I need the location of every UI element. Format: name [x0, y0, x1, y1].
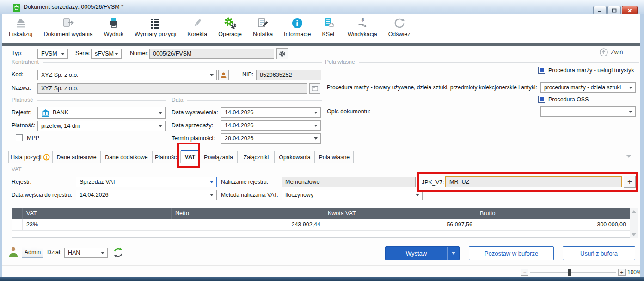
- scroll-up-icon[interactable]: [632, 210, 636, 213]
- scroll-down-icon[interactable]: [632, 233, 636, 236]
- contact-person-button[interactable]: [218, 70, 229, 80]
- chevron-down-icon: [314, 137, 318, 140]
- data-sprzedazy-combo[interactable]: 14.04.2026: [221, 120, 321, 131]
- maximize-icon: [612, 8, 617, 13]
- nip-input[interactable]: 8529635252: [256, 70, 321, 80]
- tab-vat[interactable]: VAT: [181, 150, 199, 163]
- vat-rejestr-combo[interactable]: Sprzedaż VAT: [76, 177, 217, 187]
- checkbox-check-icon: [540, 97, 544, 101]
- data-wejscia-combo[interactable]: 14.04.2026: [76, 190, 217, 200]
- grid-cell-kwota-vat[interactable]: 56 097,56: [324, 219, 476, 231]
- usun-z-bufora-button[interactable]: Usuń z bufora: [563, 246, 635, 260]
- chevron-down-icon: [115, 53, 118, 55]
- group-rule: [25, 170, 639, 170]
- opis-dokumentu-combo[interactable]: [540, 106, 636, 117]
- grid-header-kwota-vat[interactable]: Kwota VAT: [324, 208, 476, 219]
- grid-cell-netto[interactable]: 243 902,44: [172, 219, 324, 231]
- grid-header-netto[interactable]: Netto: [172, 208, 324, 219]
- person-icon: [220, 72, 227, 79]
- pencil-icon: [191, 16, 203, 30]
- numer-input[interactable]: 0005/26/FVSM: [149, 49, 274, 59]
- notatka-button[interactable]: Notatka: [253, 16, 273, 37]
- ksef-cloud-icon: [323, 16, 336, 30]
- group-rule: [43, 62, 322, 63]
- wymiary-pozycji-button[interactable]: Wymiary pozycji: [135, 16, 176, 37]
- chevron-down-icon: [159, 112, 162, 114]
- grid-scrollbar[interactable]: [630, 208, 638, 238]
- numer-settings-button[interactable]: [276, 48, 288, 59]
- wystaw-button[interactable]: Wystaw: [385, 246, 460, 260]
- maximize-button[interactable]: [607, 6, 621, 15]
- chevron-down-icon: [314, 112, 318, 114]
- tab-dane-adresowe[interactable]: Dane adresowe: [52, 151, 101, 163]
- jpk-v7-input[interactable]: MR_UZ: [445, 176, 622, 187]
- pozostaw-w-buforze-button[interactable]: Pozostaw w buforze: [469, 246, 554, 260]
- note-icon: [257, 16, 269, 30]
- grid-cell-brutto[interactable]: 300 000,00: [476, 219, 630, 231]
- windykacja-button[interactable]: $ Windykacja: [348, 16, 377, 37]
- plus-icon: +: [620, 270, 623, 275]
- operacje-button[interactable]: Operacje: [218, 16, 242, 37]
- tab-powiazania[interactable]: Powiązania: [199, 151, 238, 163]
- zoom-in-button[interactable]: +: [618, 269, 626, 276]
- opis-dokumentu-label: Opis dokumentu:: [327, 108, 371, 115]
- naliczanie-rejestru-input[interactable]: Memoriałowo: [282, 177, 416, 187]
- wydruk-button[interactable]: Wydruk: [104, 16, 123, 37]
- platnosc-group-header: Płatność: [12, 97, 166, 103]
- toolbar-separator: [2, 43, 642, 46]
- dzial-combo[interactable]: HAN: [64, 248, 108, 258]
- zoom-slider-handle[interactable]: [568, 269, 571, 276]
- odswiez-button[interactable]: Odśwież: [388, 16, 411, 37]
- typ-select[interactable]: FVSM: [37, 49, 68, 59]
- chevron-down-icon: [452, 252, 455, 255]
- tab-pola-wlasne[interactable]: Pola własne: [315, 151, 354, 163]
- operator-button[interactable]: Admin: [22, 247, 43, 258]
- informacje-button[interactable]: Informacje: [284, 16, 311, 37]
- data-wystawienia-combo[interactable]: 14.04.2026: [221, 107, 321, 118]
- group-rule: [359, 62, 639, 63]
- tabs-overflow-chevron[interactable]: [626, 155, 631, 158]
- jpk-add-button[interactable]: +: [624, 176, 636, 188]
- wystaw-dropdown-arrow[interactable]: [447, 247, 459, 260]
- app-icon: [13, 4, 20, 13]
- collapse-button[interactable]: Zwiń: [600, 48, 623, 56]
- termin-platnosci-combo[interactable]: 28.04.2026: [221, 133, 321, 144]
- nazwa-details-button[interactable]: [309, 83, 320, 94]
- grid-cell-vat[interactable]: 23%: [23, 219, 172, 231]
- tab-platnosci[interactable]: Płatności: [152, 151, 181, 163]
- platnosc-combo[interactable]: przelew, 14 dni: [37, 121, 166, 131]
- seria-select[interactable]: sFVSM: [91, 49, 122, 59]
- close-button[interactable]: [622, 6, 638, 15]
- rejestr-combo[interactable]: BANK: [37, 107, 166, 119]
- refresh-department-button[interactable]: [112, 247, 124, 260]
- tab-dane-dodatkowe[interactable]: Dane dodatkowe: [101, 151, 152, 163]
- grid-empty-area: [12, 231, 630, 238]
- minimize-icon: [597, 8, 602, 12]
- zoom-slider-track[interactable]: [530, 272, 616, 273]
- chevron-down-icon: [210, 194, 214, 196]
- grid-header-brutto[interactable]: Brutto: [476, 208, 630, 219]
- ksef-button[interactable]: KSeF: [322, 16, 336, 37]
- fiskalizuj-button[interactable]: Fiskalizuj: [9, 16, 32, 37]
- procedura-oss-label: Procedura OSS: [548, 96, 589, 103]
- mpp-checkbox[interactable]: [16, 134, 23, 141]
- tab-zalaczniki[interactable]: Załączniki: [238, 151, 275, 163]
- procedura-marzy-towary-combo[interactable]: procedura marży - dzieła sztuki: [540, 82, 636, 93]
- zoom-out-button[interactable]: −: [521, 269, 528, 276]
- tab-opakowania[interactable]: Opakowania: [275, 151, 315, 163]
- toolbar: Fiskalizuj Dokument wydania Wydruk Wymia…: [2, 14, 642, 43]
- window-border-bottom: [0, 277, 644, 281]
- grid-row-selector[interactable]: [12, 219, 23, 231]
- kod-combo[interactable]: XYZ Sp. z o.o.: [37, 70, 217, 80]
- metoda-naliczania-combo[interactable]: Iloczynowy: [282, 190, 423, 200]
- procedura-oss-checkbox[interactable]: [538, 96, 545, 103]
- korekta-button[interactable]: Korekta: [187, 16, 207, 37]
- tab-lista-pozycji[interactable]: Lista pozycji: [8, 151, 52, 163]
- refresh-arrows-icon: [112, 247, 124, 258]
- procedura-marzy-turystyka-checkbox[interactable]: [538, 67, 545, 74]
- grid-header-vat[interactable]: VAT: [23, 208, 172, 219]
- dokument-wydania-button[interactable]: Dokument wydania: [43, 16, 92, 37]
- nazwa-input[interactable]: XYZ Sp. z o.o.: [37, 83, 307, 94]
- minimize-button[interactable]: [593, 6, 607, 15]
- chevron-down-icon: [416, 194, 419, 196]
